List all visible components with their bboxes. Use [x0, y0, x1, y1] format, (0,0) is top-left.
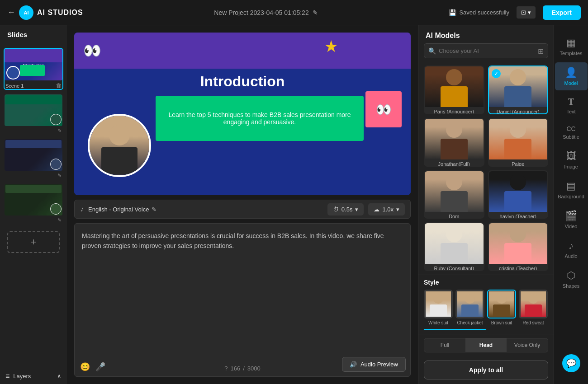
model-img-jonathan: [425, 119, 484, 159]
style-scroll-indicator: [424, 329, 486, 330]
sidebar-item-shapes[interactable]: ⬡ Shapes: [555, 265, 588, 293]
slide-4-label: ✎: [5, 215, 62, 223]
slide-edit-3[interactable]: ✎: [57, 173, 62, 178]
model-img-haylyn: [489, 171, 548, 212]
model-label-ruby: Ruby (Consultant): [425, 264, 484, 271]
layers-bar[interactable]: ≡ Layers ∧: [0, 368, 67, 384]
logo-icon: AI: [19, 5, 33, 20]
video-icon: 🎬: [565, 210, 577, 222]
add-slide-button[interactable]: +: [7, 231, 60, 253]
timing-chevron: ▾: [355, 206, 358, 213]
speed-icon: ☁: [374, 206, 379, 213]
apply-section: Apply to all: [418, 356, 554, 384]
slide-thumb-3: [5, 139, 62, 171]
back-icon: ←: [7, 8, 15, 17]
position-head-button[interactable]: Head: [465, 338, 507, 352]
model-card-haylyn[interactable]: haylyn (Teacher): [488, 170, 549, 219]
slide-item-2[interactable]: ✎: [4, 94, 63, 135]
canvas-avatar: [88, 114, 151, 177]
audio-preview-icon: 🔊: [350, 361, 357, 368]
canvas-area: 👀 ★ Introduction Learn the top 5 techniq…: [67, 25, 418, 384]
text-actions: 😊 🎤: [80, 362, 105, 372]
position-buttons: Full Head Voice Only: [424, 338, 548, 352]
model-icon: 👤: [565, 67, 577, 79]
export-button[interactable]: Export: [543, 5, 581, 20]
sidebar-item-background[interactable]: ▤ Background: [555, 176, 588, 204]
sidebar-item-model[interactable]: 👤 Model: [555, 62, 588, 90]
ai-search-wrapper: 🔍 ⊞: [424, 43, 548, 58]
audio-preview-button[interactable]: 🔊 Audio Preview: [342, 357, 406, 372]
sidebar-item-templates[interactable]: ▦ Templates: [555, 33, 588, 61]
edit-project-icon[interactable]: ✎: [313, 9, 318, 16]
slide-canvas: 👀 ★ Introduction Learn the top 5 techniq…: [74, 33, 411, 195]
chat-button[interactable]: 💬: [562, 354, 580, 372]
canvas-pink-icon: 👀: [376, 102, 392, 117]
layers-chevron: ∧: [57, 373, 62, 379]
slide-edit-4[interactable]: ✎: [57, 217, 62, 223]
speed-button[interactable]: ☁ 1.0x ▾: [368, 203, 405, 215]
model-card-ruby[interactable]: Ruby (Consultant): [424, 222, 484, 271]
topbar-center: New Project 2023-04-05 01:05:22 ✎: [214, 9, 318, 16]
models-grid: Paris (Announcer) ✓ Daniel (Announcer): [418, 62, 554, 275]
canvas-star-icon: ★: [324, 37, 338, 56]
style-img-white: [424, 290, 453, 318]
ai-search-input[interactable]: [424, 43, 548, 58]
topbar-left: ← AI AI STUDIOS: [7, 5, 83, 20]
model-card-daniel[interactable]: ✓ Daniel (Announcer): [488, 66, 549, 114]
sidebar-item-subtitle[interactable]: CC Subtitle: [555, 121, 588, 144]
style-section: Style White suit: [418, 275, 554, 334]
voice-music-icon: ♪: [80, 205, 84, 213]
model-label-daniel: Daniel (Announcer): [489, 107, 548, 114]
text-editor-wrapper: Mastering the art of persuasive presenta…: [74, 223, 411, 377]
filter-icon[interactable]: ⊞: [538, 47, 544, 55]
slide-thumb-4: [5, 184, 62, 215]
model-label-haylyn: haylyn (Teacher): [489, 212, 548, 219]
position-section: Full Head Voice Only: [418, 334, 554, 356]
logo-text: AI STUDIOS: [37, 9, 83, 17]
timing-button[interactable]: ⏱ 0.5s ▾: [327, 203, 364, 215]
avatar-body: [101, 147, 138, 174]
model-label-paige: Paige: [489, 159, 548, 167]
slides-panel: Slides Introduction Scene 1 🗑: [0, 25, 67, 384]
position-voice-button[interactable]: Voice Only: [507, 338, 548, 352]
help-icon[interactable]: ?: [224, 365, 228, 372]
model-card-paige[interactable]: Paige: [488, 118, 549, 167]
position-full-button[interactable]: Full: [424, 338, 465, 352]
slides-list: Introduction Scene 1 🗑: [0, 44, 67, 368]
sidebar-item-video[interactable]: 🎬 Video: [555, 206, 588, 234]
canvas-subtitle: Learn the top 5 techniques to make B2B s…: [165, 111, 355, 126]
saved-status: 💾 Saved successfully: [449, 9, 509, 16]
model-card-cristina[interactable]: cristina (Teacher): [488, 222, 549, 271]
text-icon: T: [568, 97, 574, 107]
style-card-brown[interactable]: Brown suit: [487, 290, 516, 325]
slide-item-4[interactable]: ✎: [4, 183, 63, 224]
apply-to-all-button[interactable]: Apply to all: [424, 361, 548, 379]
style-card-red[interactable]: Red sweat: [519, 290, 548, 325]
slide-delete-1[interactable]: 🗑: [56, 82, 62, 89]
slide-edit-2[interactable]: ✎: [57, 128, 62, 134]
view-button[interactable]: ⊡ ▾: [517, 6, 536, 19]
sidebar-item-text[interactable]: T Text: [555, 92, 588, 119]
daniel-check-icon: ✓: [492, 69, 501, 78]
slide-item-1[interactable]: Introduction Scene 1 🗑: [4, 48, 63, 90]
model-card-jonathan[interactable]: Jonathan(Full) (Consultant): [424, 118, 484, 167]
audio-icon: ♪: [569, 240, 574, 252]
model-label-jonathan: Jonathan(Full) (Consultant): [425, 159, 484, 167]
canvas-title: Introduction: [74, 73, 411, 90]
voice-edit-icon[interactable]: ✎: [152, 206, 156, 213]
style-label-check: Check jacket: [455, 320, 484, 325]
sidebar-item-audio[interactable]: ♪ Audio: [555, 235, 588, 263]
model-card-paris[interactable]: Paris (Announcer): [424, 66, 484, 114]
style-img-red: [519, 290, 548, 318]
mic-button[interactable]: 🎤: [95, 362, 105, 372]
back-button[interactable]: ←: [7, 8, 15, 17]
topbar: ← AI AI STUDIOS New Project 2023-04-05 0…: [0, 0, 588, 25]
slide-item-3[interactable]: ✎: [4, 138, 63, 179]
emoji-button[interactable]: 😊: [80, 362, 90, 372]
slide-thumb-1: Introduction: [5, 49, 62, 80]
style-card-white[interactable]: White suit: [424, 290, 453, 325]
sidebar-item-image[interactable]: 🖼 Image: [555, 146, 588, 174]
model-card-dom[interactable]: Dom: [424, 170, 484, 219]
model-img-dom: [425, 171, 484, 212]
style-card-check[interactable]: Check jacket: [455, 290, 484, 325]
